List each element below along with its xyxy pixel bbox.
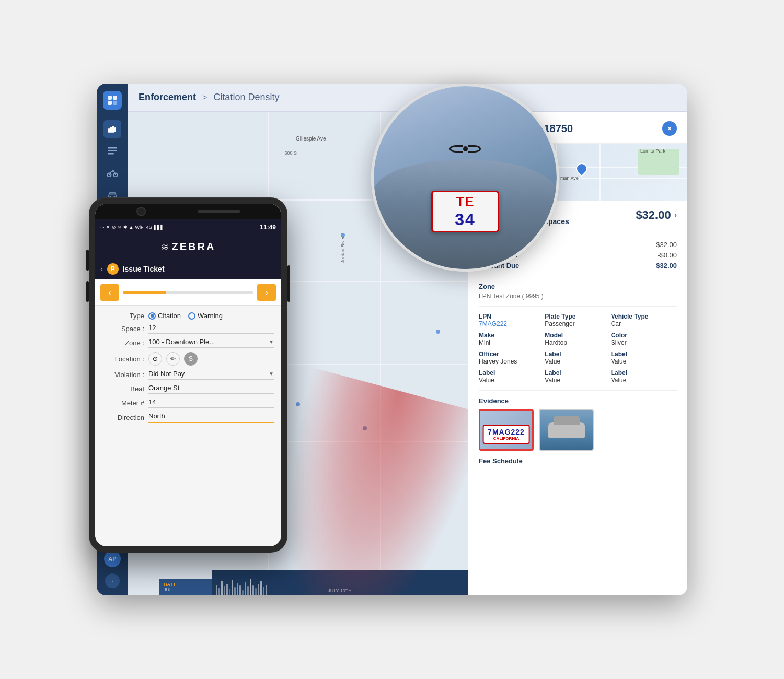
svg-rect-6 [112,126,114,133]
outer-wrapper: AP › Enforcement > Citation Density [78,52,706,627]
evidence-plate-thumb[interactable]: 7MAG222 CALIFORNIA [479,409,534,451]
timeline-label: JULY 10TH [328,588,352,593]
icon-email: ✉ [118,225,122,230]
fee-schedule-title: Fee Schedule [479,457,677,465]
svg-rect-8 [108,147,117,149]
zone-dropdown-icon[interactable]: ▼ [269,339,274,345]
map-dot-3 [436,330,440,334]
ticket-header: ‹ P Issue Ticket [95,259,281,279]
direction-input[interactable]: North [148,412,274,423]
lpn-label: LPN [479,313,545,320]
icon-4g: 4G [146,225,152,230]
prev-btn[interactable]: ‹ [100,284,119,301]
sidebar-icon-list[interactable] [103,142,121,160]
zone-input[interactable]: 100 - Downtown Ple... ▼ [148,338,274,348]
space-input[interactable]: 12 [148,324,274,334]
phone-logo-area: ≋ ZEBRA [95,235,281,259]
location-sync-icon[interactable]: S [184,352,198,366]
citation-map-label-park: Lomita Park [640,148,665,154]
map-label-gillespie: Gillespie Ave [296,136,326,142]
camera-dot [136,207,146,216]
value2: Value [611,358,677,365]
sidebar-icon-bike[interactable] [103,164,121,182]
next-btn[interactable]: › [257,284,276,301]
violation-dropdown-icon[interactable]: ▼ [269,371,274,377]
ticket-title: Issue Ticket [123,265,165,273]
violation-input[interactable]: Did Not Pay ▼ [148,370,274,380]
amount-paid-value: -$0.00 [658,251,677,259]
phone-btn-vol-down[interactable] [86,281,89,302]
officer-label: Officer [479,350,545,358]
breadcrumb-parent[interactable]: Enforcement [139,92,196,103]
amount-due-value: $32.00 [656,262,677,270]
map-dot-4 [296,402,300,406]
icon-signal: ▲ [129,225,134,230]
violation-label: Violation : [102,371,144,379]
nav-progress-fill [123,291,166,294]
meter-input[interactable]: 14 [148,398,274,408]
breadcrumb-child: Citation Density [213,92,279,103]
map-dot-1 [341,233,345,237]
evidence-car-thumb[interactable] [539,409,594,451]
ticket-form: Type Citation Warning [95,306,281,429]
plate-main-text: 34 [455,210,476,229]
value1: Value [545,358,610,365]
phone-btn-power[interactable] [287,265,290,302]
radio-warning-circle[interactable] [188,312,195,320]
plate-type-value: Passenger [545,320,610,327]
color-label: Color [611,332,677,339]
make-value: Mini [479,339,545,346]
form-row-violation: Violation : Did Not Pay ▼ [102,370,274,380]
speaker-bar [198,210,240,213]
base-violation-value: $32.00 [656,241,677,249]
divider-3 [479,390,677,391]
wing-dot [463,146,468,151]
icon-menu-dots: ··· [100,225,105,230]
lpn-value: 7MAG222 [479,320,545,327]
citation-amount: $32.00 › [636,208,677,222]
beat-label: Beat [102,385,144,393]
label5: Label [611,369,677,377]
location-label: Location : [102,355,144,363]
close-btn[interactable]: × [662,121,677,136]
ticket-back-icon[interactable]: ‹ [100,265,103,273]
icon-bluetooth: ✱ [123,225,128,230]
meter-label: Meter # [102,399,144,407]
icon-location-status: ⊙ [112,225,116,230]
phone-device: ··· ✕ ⊙ ✉ ✱ ▲ WiFi 4G ▌▌▌ 11:49 ≋ Z [89,197,287,553]
sidebar-expand-btn[interactable]: › [105,573,120,588]
divider-1 [479,276,677,276]
location-edit-icon[interactable]: ✏ [166,352,180,366]
phone-status-bar: ··· ✕ ⊙ ✉ ✱ ▲ WiFi 4G ▌▌▌ 11:49 [95,219,281,235]
sidebar-avatar[interactable]: AP [104,551,121,567]
officer-value: Harvey Jones [479,358,545,365]
zebra-icon: ≋ [161,241,169,253]
form-row-zone: Zone : 100 - Downtown Ple... ▼ [102,338,274,348]
form-row-location: Location : ⊙ ✏ S [102,352,274,366]
location-gps-icon[interactable]: ⊙ [148,352,162,366]
phone-outer: ··· ✕ ⊙ ✉ ✱ ▲ WiFi 4G ▌▌▌ 11:49 ≋ Z [89,197,287,553]
radio-warning[interactable]: Warning [188,312,223,320]
space-label: Space : [102,325,144,333]
amount-chevron: › [674,210,677,220]
svg-rect-9 [108,150,117,152]
svg-rect-0 [108,96,112,100]
direction-label: Direction [102,414,144,422]
vehicle-type-value: Car [611,320,677,327]
lens-overlay: TE 34 [371,84,559,272]
phone-time: 11:49 [260,224,276,231]
wing-logo [449,141,481,157]
make-label: Make [479,332,545,339]
svg-rect-7 [114,127,116,132]
phone-btn-vol-up[interactable] [86,250,89,271]
ticket-parking-icon: P [107,263,119,275]
sidebar-icon-waveform[interactable] [103,120,121,138]
amount-value: $32.00 [636,208,671,222]
nav-progress-bar [123,291,253,294]
sidebar-logo[interactable] [103,91,122,110]
radio-citation[interactable]: Citation [148,312,181,320]
radio-citation-circle[interactable] [148,312,156,320]
svg-rect-3 [113,101,117,105]
beat-input[interactable]: Orange St [148,384,274,394]
svg-rect-2 [108,101,112,105]
